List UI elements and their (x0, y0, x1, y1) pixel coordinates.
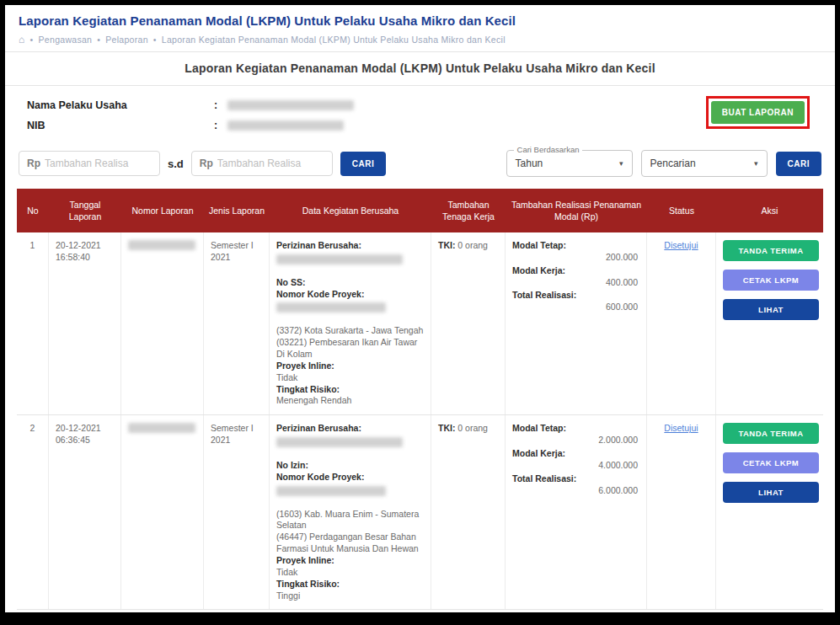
kode-proyek-label: Nomor Kode Proyek: (276, 472, 424, 483)
tanggal-date: 20-12-2021 (56, 423, 114, 435)
cell-jenis: Semester I 2021 (204, 415, 270, 609)
tki-value: 0 orang (455, 240, 488, 250)
no-izin-label: No Izin: (276, 460, 424, 472)
cari-berdasarkan-floating-label: Cari Berdasarkan (514, 145, 583, 154)
tambahan-realisasi-max-box: Rp (191, 151, 333, 176)
nama-pelaku-usaha-redacted-value (227, 100, 354, 110)
total-realisasi-value: 6.000.000 (512, 485, 639, 497)
tanggal-date: 20-12-2021 (56, 240, 114, 252)
chevron-down-icon: ▾ (649, 620, 653, 625)
cell-nomor (121, 415, 204, 609)
col-header-jenis: Jenis Laporan (204, 189, 270, 232)
modal-kerja-value: 400.000 (512, 277, 639, 289)
tanda-terima-button[interactable]: TANDA TERIMA (723, 423, 819, 444)
breadcrumb-separator: • (30, 35, 34, 45)
cetak-lkpm-button[interactable]: CETAK LKPM (723, 270, 819, 291)
tingkat-risiko-value: Tinggi (276, 590, 424, 602)
col-header-no: No (17, 189, 49, 232)
modal-tetap-label: Modal Tetap: (512, 240, 639, 252)
chevron-down-icon: ▾ (754, 159, 758, 168)
modal-tetap-value: 2.000.000 (512, 435, 639, 446)
cari-berdasarkan-select[interactable]: Cari Berdasarkan Tahun ▾ (506, 150, 633, 177)
next-page-icon[interactable]: > (784, 618, 789, 625)
tanda-terima-button[interactable]: TANDA TERIMA (723, 240, 819, 261)
tki-label: TKI: (438, 423, 455, 433)
modal-kerja-label: Modal Kerja: (512, 265, 639, 277)
modal-kerja-value: 4.000.000 (512, 460, 639, 472)
no-ss-label: No SS: (276, 277, 424, 289)
lihat-button[interactable]: LIHAT (723, 299, 819, 320)
prev-page-icon[interactable]: < (761, 618, 767, 625)
cell-no: 2 (17, 415, 49, 609)
table-row: 1 20-12-2021 16:58:40 Semester I 2021 Pe… (17, 232, 823, 415)
breadcrumb-item-lkpm: Laporan Kegiatan Penanaman Modal (LKPM) … (162, 35, 506, 45)
home-icon[interactable]: ⌂ (19, 34, 25, 45)
nama-pelaku-usaha-row: Nama Pelaku Usaha : (27, 99, 821, 111)
kode-proyek-redacted (276, 302, 386, 312)
modal-tetap-label: Modal Tetap: (512, 423, 639, 435)
chevron-down-icon: ▾ (619, 159, 623, 168)
status-disetujui-link[interactable]: Disetujui (664, 423, 698, 433)
cell-status: Disetujui (647, 232, 716, 414)
cari-realisasi-button[interactable]: CARI (340, 152, 386, 176)
tambahan-realisasi-max-input[interactable] (217, 158, 324, 169)
breadcrumb-item-pengawasan[interactable]: Pengawasan (39, 35, 93, 45)
perizinan-redacted (276, 437, 403, 447)
cetak-lkpm-button[interactable]: CETAK LKPM (723, 452, 819, 473)
pagination-bar: Baris per Halaman 5 ▾ 1-3 dari 3 |< < > … (5, 610, 835, 625)
buat-laporan-button[interactable]: BUAT LAPORAN (711, 101, 805, 124)
page-title: Laporan Kegiatan Penanaman Modal (LKPM) … (19, 13, 821, 28)
cari-search-button[interactable]: CARI (776, 152, 821, 176)
col-header-nomor: Nomor Laporan (121, 189, 204, 232)
first-page-icon[interactable]: |< (736, 618, 744, 625)
last-page-icon[interactable]: >| (806, 618, 815, 625)
search-filters: Cari Berdasarkan Tahun ▾ Pencarian ▾ CAR… (506, 150, 821, 177)
modal-tetap-value: 200.000 (512, 252, 639, 264)
rows-per-page-label: Baris per Halaman (538, 619, 615, 625)
status-disetujui-link[interactable]: Disetujui (664, 240, 698, 250)
tingkat-risiko-value: Menengah Rendah (276, 395, 424, 407)
info-section: Nama Pelaku Usaha : NIB : BUAT LAPORAN (5, 86, 835, 143)
colon: : (214, 99, 227, 111)
table-header-row: No Tanggal Laporan Nomor Laporan Jenis L… (17, 189, 823, 232)
kode-proyek-label: Nomor Kode Proyek: (276, 289, 424, 301)
pencarian-select[interactable]: Pencarian ▾ (641, 150, 768, 177)
nib-label: NIB (27, 120, 214, 131)
highlight-annotation: BUAT LAPORAN (706, 96, 810, 129)
cell-tanggal: 20-12-2021 06:36:45 (49, 415, 121, 609)
col-header-data-kegiatan: Data Kegiatan Berusaha (270, 189, 431, 232)
cell-nomor (121, 232, 204, 414)
total-realisasi-value: 600.000 (512, 302, 639, 313)
lihat-button[interactable]: LIHAT (723, 482, 819, 503)
col-header-status: Status (647, 189, 716, 232)
col-header-realisasi: Tambahan Realisasi Penanaman Modal (Rp) (506, 189, 647, 232)
perizinan-redacted (276, 254, 403, 264)
app-frame: Laporan Kegiatan Penanaman Modal (LKPM) … (0, 0, 840, 625)
cell-jenis: Semester I 2021 (204, 232, 270, 414)
col-header-tenaga-kerja: Tambahan Tenaga Kerja (431, 189, 506, 232)
total-realisasi-label: Total Realisasi: (512, 290, 639, 302)
cell-realisasi: Modal Tetap: 200.000 Modal Kerja: 400.00… (506, 232, 647, 414)
col-header-aksi: Aksi (716, 189, 823, 232)
lokasi-text: (3372) Kota Surakarta - Jawa Tengah (276, 325, 424, 337)
tingkat-risiko-label: Tingkat Risiko: (276, 579, 424, 590)
lkpm-table: No Tanggal Laporan Nomor Laporan Jenis L… (17, 189, 823, 610)
pencarian-value: Pencarian (650, 158, 696, 169)
total-realisasi-label: Total Realisasi: (512, 473, 639, 485)
cari-berdasarkan-value: Tahun (516, 158, 543, 169)
breadcrumb-separator: • (153, 35, 157, 45)
page-range-text: 1-3 dari 3 (674, 619, 713, 625)
cell-tenaga-kerja: TKI: 0 orang (431, 415, 506, 609)
rp-prefix: Rp (27, 158, 40, 169)
page-size-value: 5 (638, 619, 643, 625)
page-size-select[interactable]: 5 ▾ (638, 619, 653, 625)
tingkat-risiko-label: Tingkat Risiko: (276, 384, 424, 396)
col-header-tanggal: Tanggal Laporan (49, 189, 121, 232)
tambahan-realisasi-min-input[interactable] (45, 158, 152, 169)
breadcrumb: ⌂ • Pengawasan • Pelaporan • Laporan Keg… (19, 34, 821, 45)
tambahan-realisasi-min-box: Rp (19, 151, 160, 176)
proyek-inline-value: Tidak (276, 567, 424, 579)
breadcrumb-item-pelaporan[interactable]: Pelaporan (105, 35, 148, 45)
proyek-inline-value: Tidak (276, 372, 424, 384)
colon: : (214, 120, 227, 131)
